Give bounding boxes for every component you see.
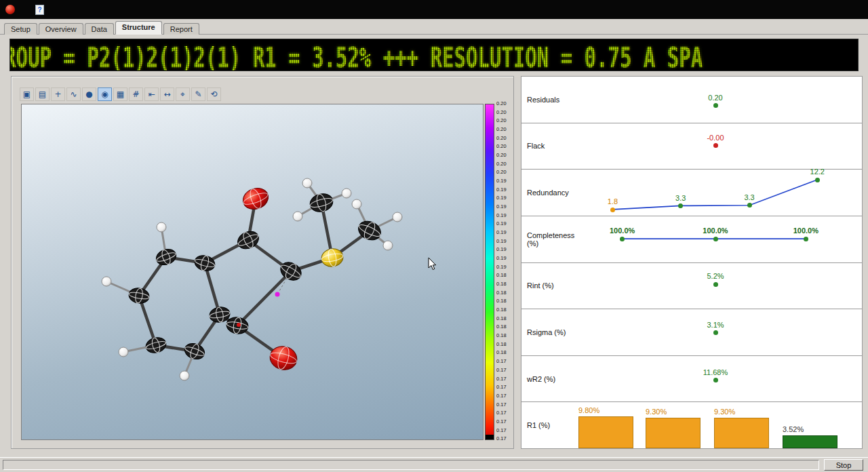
data-point-label: 3.3 [744, 193, 754, 201]
colorbar-tick-label: 0.20 [496, 127, 517, 132]
q-peak-red [237, 323, 241, 327]
chart-area-scatter: 11.68% [578, 356, 852, 402]
colorbar-gradient [485, 104, 494, 440]
colorbar-tick-label: 0.17 [496, 376, 517, 382]
chart-area-scatter: 3.1% [578, 309, 852, 355]
label-icon[interactable]: ✎ [191, 87, 205, 101]
colorbar-tick-label: 0.19 [496, 230, 517, 235]
copy-view-icon[interactable]: ▤ [35, 87, 50, 101]
colorbar-tick-label: 0.19 [496, 221, 517, 227]
chart-area-bar: 9.80%9.30%9.30%3.52% [578, 402, 852, 448]
carbon-atoms-group [127, 191, 384, 361]
colorbar-tick-label: 0.20 [496, 136, 517, 141]
chart-area-scatter: 5.2% [578, 263, 852, 309]
colorbar-tick-label: 0.18 [496, 316, 517, 321]
bar [646, 418, 701, 448]
colorbar-tick-label: 0.19 [496, 195, 517, 201]
colorbar-tick-label: 0.19 [496, 178, 517, 184]
molecule-svg [22, 104, 484, 441]
colorbar-tick-label: 0.18 [496, 350, 517, 355]
marquee-text: ROUP = P2(1)2(1)2(1) R1 = 3.52% +++ RESO… [9, 41, 703, 71]
chart-row-title: Residuals [521, 77, 578, 123]
colorbar-tick-label: 0.19 [496, 204, 517, 210]
colorbar-tick-label: 0.18 [496, 273, 517, 278]
molecule-viewport[interactable] [21, 104, 484, 440]
tab-setup[interactable]: Setup [4, 23, 37, 35]
chart-row-title: Redundancy [521, 170, 578, 216]
chart-row: R1 (%)9.80%9.30%9.30%3.52% [521, 402, 862, 448]
chart-row: Redundancy1.83.33.312.2 [521, 170, 862, 216]
data-point [713, 282, 718, 287]
data-point [815, 178, 820, 182]
measure-icon[interactable]: ⌖ [176, 87, 190, 101]
colorbar-tick-label: 0.18 [496, 281, 517, 287]
tab-overview[interactable]: Overview [39, 23, 83, 35]
line-series [578, 170, 852, 216]
mouse-cursor [429, 258, 436, 270]
snapshot-icon[interactable]: ▣ [20, 87, 34, 101]
tab-data[interactable]: Data [85, 23, 114, 35]
bar-label: 3.52% [783, 425, 804, 433]
chart-row: Flack-0.00 [521, 123, 862, 170]
colorbar-tick-label: 0.17 [496, 359, 517, 364]
reset-view-icon[interactable]: ⟲ [207, 87, 221, 101]
data-point-label: -0.00 [707, 134, 724, 142]
tab-structure[interactable]: Structure [115, 21, 162, 35]
colorbar-tick-label: 0.19 [496, 256, 517, 261]
status-bar: Stop [0, 457, 868, 472]
colorbar-tick-label: 0.17 [496, 419, 517, 425]
colorbar-tick-label: 0.18 [496, 290, 517, 296]
settings-icon[interactable]: + [51, 87, 65, 101]
chart-area-scatter: 0.20 [578, 77, 852, 123]
chart-row: Completeness (%)100.0%100.0%100.0% [521, 216, 862, 263]
data-point-label: 100.0% [610, 227, 635, 235]
colorbar-tick-label: 0.20 [496, 110, 517, 115]
viewer-toolbar: ▣▤+∿●◉▦#⇤↔⌖✎⟲ [20, 87, 221, 101]
data-point [713, 378, 718, 382]
chart-row-title: Flack [521, 123, 578, 170]
bar-label: 9.30% [646, 408, 667, 416]
data-point-label: 0.20 [708, 94, 722, 102]
data-point [713, 330, 718, 335]
colorbar-tick-label: 0.19 [496, 247, 517, 252]
colorbar-labels: 0.200.200.200.200.200.200.200.200.200.19… [496, 101, 517, 441]
colorbar-tick-label: 0.17 [496, 410, 517, 416]
stop-button[interactable]: Stop [824, 459, 863, 471]
bar [578, 416, 633, 448]
colorbar-tick-label: 0.18 [496, 298, 517, 304]
chart-row: Rsigma (%)3.1% [521, 309, 862, 356]
chart-area-scatter: -0.00 [578, 123, 852, 170]
chart-row-title: Rsigma (%) [521, 309, 578, 355]
help-icon[interactable]: ? [35, 5, 44, 15]
structure-viewer-panel: ▣▤+∿●◉▦#⇤↔⌖✎⟲ [11, 76, 514, 449]
chart-row: Rint (%)5.2% [521, 263, 862, 310]
colorbar-tick-label: 0.19 [496, 213, 517, 218]
data-point-label: 1.8 [608, 197, 618, 205]
tab-report[interactable]: Report [163, 23, 199, 35]
data-point-label: 3.1% [707, 321, 724, 329]
data-point-label: 12.2 [810, 168, 825, 176]
bar-label: 9.80% [578, 406, 599, 414]
first-icon[interactable]: ⇤ [144, 87, 159, 101]
colorbar-tick-label: 0.17 [496, 428, 517, 433]
led-marquee: ROUP = P2(1)2(1)2(1) R1 = 3.52% +++ RESO… [9, 39, 859, 71]
colorbar-tick-label: 0.19 [496, 187, 517, 193]
data-point [713, 237, 718, 241]
colorbar-tick-label: 0.18 [496, 307, 517, 313]
colorbar-tick-label: 0.17 [496, 402, 517, 408]
atom-table-icon[interactable]: ▦ [113, 87, 127, 101]
data-point-label: 100.0% [703, 227, 728, 235]
title-bar: ? [0, 0, 868, 19]
sphere-mode-icon[interactable]: ● [82, 87, 96, 101]
chart-row: wR2 (%)11.68% [521, 356, 862, 403]
curve-icon[interactable]: ∿ [66, 87, 81, 101]
ellipsoid-mode-icon[interactable]: ◉ [98, 87, 112, 101]
colorbar-tick-label: 0.17 [496, 385, 517, 390]
colorbar-tick-label: 0.18 [496, 333, 517, 338]
data-point [610, 208, 615, 212]
range-icon[interactable]: ↔ [160, 87, 174, 101]
hkl-icon[interactable]: # [129, 87, 143, 101]
colorbar-tick-label: 0.20 [496, 144, 517, 149]
data-point [620, 237, 625, 241]
colorbar-tick-label: 0.20 [496, 153, 517, 158]
